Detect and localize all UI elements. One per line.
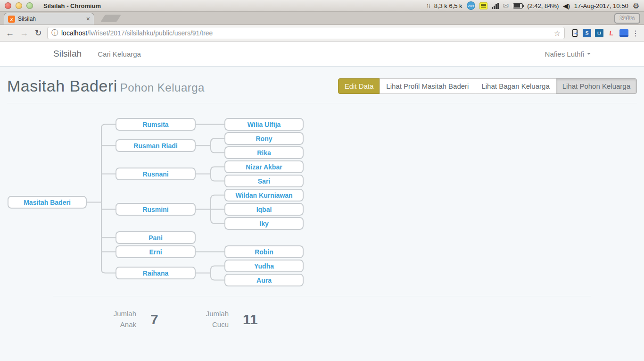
tree-node[interactable]: Yudha — [224, 260, 304, 272]
notification-badge-icon[interactable]: 289 — [467, 1, 475, 10]
reload-button[interactable]: ↻ — [32, 28, 44, 38]
network-speed-text: 8,3 k 6,5 k — [434, 2, 462, 9]
tree-connector-line — [211, 167, 224, 174]
s-extension-icon[interactable]: S — [582, 28, 592, 38]
tree-connector-line — [211, 195, 224, 210]
new-tab-button[interactable] — [100, 15, 121, 22]
tree-node[interactable]: Robin — [224, 245, 304, 258]
stat-value-cucu: 11 — [243, 311, 258, 327]
tree-node[interactable]: Rusnani — [116, 168, 196, 180]
os-titlebar: Silsilah - Chromium ↑↓ 8,3 k 6,5 k 289 ✉… — [0, 0, 644, 12]
edit-data-button[interactable]: Edit Data — [338, 78, 380, 94]
url-path: /lv/riset/2017/silsilahku/public/users/9… — [87, 29, 213, 37]
signal-strength-icon[interactable] — [492, 3, 499, 9]
window-title: Silsilah - Chromium — [43, 2, 101, 9]
page-subtitle: Pohon Keluarga — [120, 81, 205, 94]
network-traffic-icon[interactable]: ↑↓ — [426, 2, 430, 9]
forward-button[interactable]: → — [18, 28, 30, 38]
battery-text: (2:42, 84%) — [527, 2, 559, 9]
tree-node[interactable]: Aura — [224, 274, 304, 286]
volume-icon[interactable]: ◀) — [563, 2, 570, 9]
tree-connector-line — [211, 139, 224, 146]
browser-tab-silsilah[interactable]: x Silsilah × — [4, 13, 94, 25]
window-close-button[interactable] — [5, 2, 11, 9]
tree-connector-line — [211, 146, 224, 153]
user-dropdown[interactable]: Nafies Luthfi — [545, 50, 591, 58]
page-info-icon[interactable]: ⓘ — [51, 29, 58, 37]
lihat-bagan-button[interactable]: Lihat Bagan Keluarga — [475, 78, 556, 94]
window-controls — [5, 2, 33, 9]
address-bar[interactable]: ⓘ localhost/lv/riset/2017/silsilahku/pub… — [47, 27, 565, 39]
mobile-device-extension-icon[interactable] — [570, 28, 580, 38]
user-dropdown-label: Nafies Luthfi — [545, 50, 584, 58]
back-button[interactable]: ← — [4, 28, 16, 38]
window-maximize-button[interactable] — [26, 2, 33, 9]
tree-node[interactable]: Pani — [116, 231, 196, 244]
lihat-profil-button[interactable]: Lihat Profil Masitah Baderi — [380, 78, 475, 94]
clock-text: 17-Aug-2017, 10:50 — [574, 2, 628, 9]
nav-link-cari-keluarga[interactable]: Cari Keluarga — [98, 50, 141, 58]
stat-label: JumlahCucu — [201, 309, 229, 330]
tree-connector-line — [211, 273, 224, 280]
system-tray: ↑↓ 8,3 k 6,5 k 289 ✉ (2:42, 84%) ◀) 17-A… — [426, 1, 639, 10]
app-navbar: Silsilah Cari Keluarga Nafies Luthfi — [0, 42, 644, 67]
tree-node[interactable]: Sari — [224, 175, 304, 187]
tree-connector-line — [211, 266, 224, 273]
tree-node[interactable]: Wildan Kurniawan — [224, 189, 304, 201]
battery-icon[interactable] — [513, 3, 523, 8]
browser-toolbar: ← → ↻ ⓘ localhost/lv/riset/2017/silsilah… — [0, 25, 644, 42]
tree-node[interactable]: Wilia Ulfija — [224, 118, 304, 131]
tree-node[interactable]: Rony — [224, 132, 304, 145]
stat-jumlah-anak: JumlahAnak 7 — [109, 309, 201, 330]
person-name: Masitah Baderi — [7, 77, 117, 95]
tree-node[interactable]: Erni — [116, 245, 196, 258]
url-host: localhost — [61, 29, 87, 37]
url-text[interactable]: localhost/lv/riset/2017/silsilahku/publi… — [61, 29, 213, 37]
tree-node[interactable]: Iky — [224, 217, 304, 230]
lihat-pohon-button[interactable]: Lihat Pohon Keluarga — [556, 78, 637, 94]
tree-node[interactable]: Raihana — [116, 267, 196, 279]
family-tree: Wilia UlfijaRumsitaRonyRikaRusman RiadiN… — [0, 103, 644, 293]
tree-connector-line — [211, 210, 224, 224]
stat-label: JumlahAnak — [109, 309, 136, 330]
mail-icon[interactable]: ✉ — [503, 1, 509, 10]
tree-node[interactable]: Nizar Akbar — [224, 160, 304, 173]
tree-node[interactable]: Rusman Riadi — [116, 139, 196, 152]
browser-menu-icon[interactable]: ⋮ — [631, 29, 640, 38]
tab-strip: x Silsilah × Nafies — [0, 12, 644, 25]
web-page: Silsilah Cari Keluarga Nafies Luthfi Mas… — [0, 42, 644, 361]
stats-section: JumlahAnak 7 JumlahCucu 11 — [53, 296, 591, 330]
page-header: Masitah BaderiPohon Keluarga Edit Data L… — [0, 67, 644, 95]
chevron-down-icon — [587, 53, 591, 55]
tree-node[interactable]: Masitah Baderi — [8, 196, 87, 209]
laravel-extension-icon[interactable]: L — [605, 28, 617, 38]
tree-node[interactable]: Rusmini — [116, 203, 196, 216]
stat-value-anak: 7 — [150, 311, 158, 327]
window-minimize-button[interactable] — [16, 2, 22, 9]
xampp-favicon-icon: x — [8, 16, 15, 23]
gear-icon[interactable]: ⚙ — [633, 1, 639, 10]
navbar-brand[interactable]: Silsilah — [53, 49, 82, 59]
stat-jumlah-cucu: JumlahCucu 11 — [201, 309, 294, 330]
tab-close-icon[interactable]: × — [86, 16, 90, 22]
li-extension-icon[interactable]: LI — [594, 28, 604, 38]
page-title: Masitah BaderiPohon Keluarga — [7, 77, 205, 95]
tree-connector-line — [101, 125, 116, 202]
tree-node[interactable]: Rumsita — [116, 118, 196, 131]
tree-node[interactable]: Rika — [224, 146, 304, 159]
tab-title: Silsilah — [18, 16, 83, 22]
tree-node[interactable]: Iqbal — [224, 203, 304, 216]
clipboard-list-icon[interactable] — [479, 2, 487, 9]
browser-profile-badge[interactable]: Nafies — [614, 13, 640, 24]
bookmark-star-icon[interactable]: ☆ — [554, 29, 561, 38]
action-button-group: Edit Data Lihat Profil Masitah Baderi Li… — [338, 78, 637, 94]
tree-connector-line — [211, 174, 224, 181]
blue-extension-icon[interactable] — [619, 28, 629, 38]
